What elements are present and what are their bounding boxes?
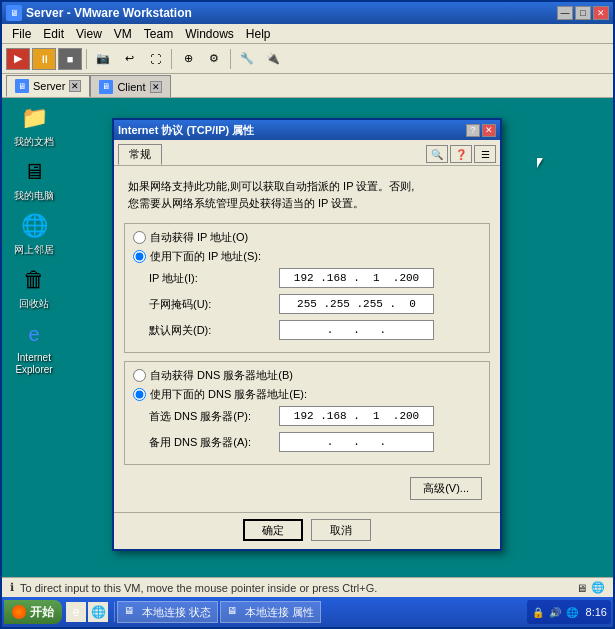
quick-launch-ie[interactable]: e (66, 602, 86, 622)
ip-address-label: IP 地址(I): (149, 271, 279, 286)
clone-button[interactable]: ⊕ (176, 48, 200, 70)
status-tray-icon-2: 🌐 (591, 581, 605, 594)
minimize-button[interactable]: — (557, 6, 573, 20)
dialog-tab-general[interactable]: 常规 (118, 144, 162, 165)
status-icon: ℹ (10, 581, 14, 594)
system-tray: 🔒 🔊 🌐 8:16 (527, 600, 611, 624)
manual-ip-label: 使用下面的 IP 地址(S): (150, 249, 261, 264)
manual-dns-row[interactable]: 使用下面的 DNS 服务器地址(E): (133, 387, 481, 402)
gateway-input[interactable] (279, 320, 434, 340)
auto-ip-label: 自动获得 IP 地址(O) (150, 230, 248, 245)
menu-help[interactable]: Help (240, 25, 277, 43)
menu-team[interactable]: Team (138, 25, 179, 43)
dialog-tool-1[interactable]: 🔍 (426, 145, 448, 163)
window-title: Server - VMware Workstation (26, 6, 192, 20)
preferred-dns-input[interactable] (279, 406, 434, 426)
dns-section: 自动获得 DNS 服务器地址(B) 使用下面的 DNS 服务器地址(E): 首选… (124, 361, 490, 465)
auto-ip-radio[interactable] (133, 231, 146, 244)
dialog-footer: 确定 取消 (114, 512, 500, 549)
ip-address-input[interactable] (279, 268, 434, 288)
recycle-bin-img: 🗑 (18, 264, 50, 296)
tab-server-close[interactable]: ✕ (69, 80, 81, 92)
auto-ip-row[interactable]: 自动获得 IP 地址(O) (133, 230, 481, 245)
tab-server[interactable]: 🖥 Server ✕ (6, 75, 90, 97)
dialog-title: Internet 协议 (TCP/IP) 属性 (118, 123, 254, 138)
toolbar-sep-2 (171, 49, 172, 69)
menu-file[interactable]: File (6, 25, 37, 43)
toolbar: ▶ ⏸ ■ 📷 ↩ ⛶ ⊕ ⚙ 🔧 🔌 (2, 44, 613, 74)
menu-vm[interactable]: VM (108, 25, 138, 43)
menu-view[interactable]: View (70, 25, 108, 43)
close-window-button[interactable]: ✕ (593, 6, 609, 20)
alternate-dns-label: 备用 DNS 服务器(A): (149, 435, 279, 450)
auto-dns-label: 自动获得 DNS 服务器地址(B) (150, 368, 293, 383)
quick-launch-2[interactable]: 🌐 (88, 602, 108, 622)
taskbar-item-local-conn-props[interactable]: 🖥 本地连接 属性 (220, 601, 321, 623)
vmware-icon: 🖥 (6, 5, 22, 21)
subnet-mask-input[interactable] (279, 294, 434, 314)
dialog-tool-3[interactable]: ☰ (474, 145, 496, 163)
vm-desktop[interactable]: 📁 我的文档 🖥 我的电脑 🌐 网上邻居 🗑 回收站 e Internet Ex… (2, 98, 613, 577)
my-computer-icon[interactable]: 🖥 我的电脑 (6, 156, 62, 202)
menu-edit[interactable]: Edit (37, 25, 70, 43)
power-on-button[interactable]: ▶ (6, 48, 30, 70)
dialog-close[interactable]: ✕ (482, 124, 496, 137)
tab-server-label: Server (33, 80, 65, 92)
manual-dns-label: 使用下面的 DNS 服务器地址(E): (150, 387, 307, 402)
mouse-cursor (537, 158, 543, 168)
alternate-dns-row: 备用 DNS 服务器(A): (133, 432, 481, 452)
manual-dns-radio[interactable] (133, 388, 146, 401)
manual-ip-row[interactable]: 使用下面的 IP 地址(S): (133, 249, 481, 264)
status-bar: ℹ To direct input to this VM, move the m… (2, 577, 613, 597)
ie-icon[interactable]: e Internet Explorer (6, 318, 62, 376)
pause-button[interactable]: ⏸ (32, 48, 56, 70)
ip-section: 自动获得 IP 地址(O) 使用下面的 IP 地址(S): IP 地址(I): (124, 223, 490, 353)
client-tab-icon: 🖥 (99, 80, 113, 94)
manual-ip-radio[interactable] (133, 250, 146, 263)
auto-dns-row[interactable]: 自动获得 DNS 服务器地址(B) (133, 368, 481, 383)
network-neighborhood-icon[interactable]: 🌐 网上邻居 (6, 210, 62, 256)
dialog-minimize[interactable]: ? (466, 124, 480, 137)
advanced-button[interactable]: 高级(V)... (410, 477, 482, 500)
gateway-row: 默认网关(D): (133, 320, 481, 340)
tab-client[interactable]: 🖥 Client ✕ (90, 75, 170, 97)
snapshot-button[interactable]: 📷 (91, 48, 115, 70)
ok-button[interactable]: 确定 (243, 519, 303, 541)
connect-button[interactable]: 🔌 (261, 48, 285, 70)
cancel-button[interactable]: 取消 (311, 519, 371, 541)
stop-button[interactable]: ■ (58, 48, 82, 70)
taskbar-item-label-2: 本地连接 属性 (245, 605, 314, 620)
start-label: 开始 (30, 604, 54, 621)
ip-address-row: IP 地址(I): (133, 268, 481, 288)
menu-windows[interactable]: Windows (179, 25, 240, 43)
title-bar-controls: — □ ✕ (557, 6, 609, 20)
maximize-button[interactable]: □ (575, 6, 591, 20)
ie-img: e (18, 318, 50, 350)
recycle-bin-icon[interactable]: 🗑 回收站 (6, 264, 62, 310)
my-documents-icon[interactable]: 📁 我的文档 (6, 102, 62, 148)
system-clock: 8:16 (586, 606, 607, 618)
desktop-icons: 📁 我的文档 🖥 我的电脑 🌐 网上邻居 🗑 回收站 e Internet Ex… (6, 102, 62, 376)
preferred-dns-row: 首选 DNS 服务器(P): (133, 406, 481, 426)
dialog-info-text: 如果网络支持此功能,则可以获取自动指派的 IP 设置。否则, 您需要从网络系统管… (124, 174, 490, 215)
taskbar-item-local-conn-status[interactable]: 🖥 本地连接 状态 (117, 601, 218, 623)
tray-network-icon: 🔒 (531, 605, 545, 619)
start-button[interactable]: 开始 (4, 600, 62, 624)
tab-client-close[interactable]: ✕ (150, 81, 162, 93)
revert-button[interactable]: ↩ (117, 48, 141, 70)
alternate-dns-input[interactable] (279, 432, 434, 452)
menu-bar: File Edit View VM Team Windows Help (2, 24, 613, 44)
fullscreen-button[interactable]: ⛶ (143, 48, 167, 70)
auto-dns-radio[interactable] (133, 369, 146, 382)
settings-button[interactable]: ⚙ (202, 48, 226, 70)
gateway-label: 默认网关(D): (149, 323, 279, 338)
install-tools-button[interactable]: 🔧 (235, 48, 259, 70)
network-neighborhood-img: 🌐 (18, 210, 50, 242)
recycle-bin-label: 回收站 (19, 298, 49, 310)
dialog-content: 如果网络支持此功能,则可以获取自动指派的 IP 设置。否则, 您需要从网络系统管… (114, 166, 500, 512)
tray-network-icon-2: 🌐 (565, 605, 579, 619)
start-icon (12, 605, 26, 619)
dialog-controls: ? ✕ (466, 124, 496, 137)
tab-client-label: Client (117, 81, 145, 93)
dialog-tool-2[interactable]: ❓ (450, 145, 472, 163)
